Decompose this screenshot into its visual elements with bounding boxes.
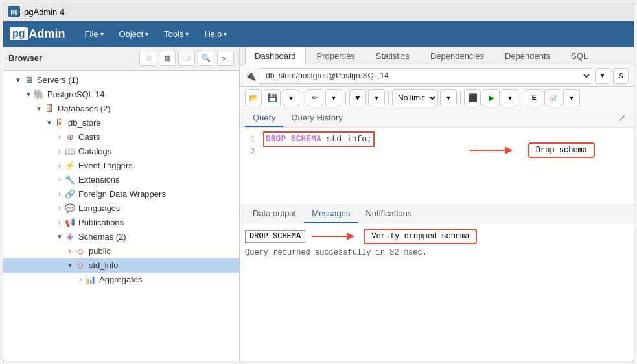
chevron-down-icon: ▾	[224, 30, 227, 38]
tree-item-languages[interactable]: › 💬 Languages	[3, 201, 239, 216]
logo: pg Admin	[10, 27, 65, 41]
annotation-arrow	[470, 141, 522, 160]
tab-dependencies[interactable]: Dependencies	[421, 47, 494, 65]
toggle-extensions[interactable]: ›	[55, 176, 64, 183]
conn-action-btn[interactable]: S	[613, 68, 629, 84]
toolbar-separator	[388, 91, 389, 104]
search-button[interactable]: 🔍	[198, 51, 214, 66]
explain-button[interactable]: E	[526, 89, 542, 106]
tree-item-databases[interactable]: ▼ 🗄 Databases (2)	[3, 102, 239, 116]
bottom-tab-notifications[interactable]: Notifications	[358, 205, 419, 223]
drop-schema-annotation: Drop schema	[470, 141, 595, 160]
tree-item-stdinfo[interactable]: ▼ ◇ std_info	[3, 258, 239, 273]
tree-item-public[interactable]: › ◇ public	[3, 244, 239, 258]
verify-label: Verify dropped schema	[364, 229, 477, 244]
save-dropdown-button[interactable]: ▾	[283, 89, 299, 106]
view-grid-button[interactable]: ▦	[159, 51, 176, 66]
verify-arrow	[312, 229, 357, 244]
toggle-fdw[interactable]: ›	[55, 190, 64, 198]
sql-text-stdinfo: std_info;	[327, 134, 372, 144]
toggle-databases[interactable]: ▼	[34, 105, 43, 112]
menu-items: File ▾ Object ▾ Tools ▾ Help ▾	[78, 27, 234, 41]
sidebar: Browser ⊞ ▦ ⊟ 🔍 >_ ▼ 🖥 Serv	[3, 47, 240, 361]
logo-admin: Admin	[29, 27, 65, 41]
tree-item-dbstore[interactable]: ▼ 🗄 db_store	[3, 116, 239, 130]
tree-label-extensions: Extensions	[78, 175, 120, 185]
query-toolbar: 📂 💾 ▾ ✏ ▾ ▼ ▾ No limit 100 500 ▾	[240, 87, 634, 109]
filter-button[interactable]: ▼	[349, 89, 366, 106]
save-button[interactable]: 💾	[264, 89, 281, 106]
connection-select[interactable]: db_store/postgres@PostgreSQL 14	[259, 68, 592, 84]
toggle-postgres14[interactable]: ▼	[24, 91, 33, 98]
postgres-icon: 🐘	[33, 89, 45, 100]
toggle-public[interactable]: ›	[65, 247, 75, 255]
view-table-button[interactable]: ⊞	[139, 51, 156, 66]
toggle-languages[interactable]: ›	[55, 205, 64, 212]
toggle-catalogs[interactable]: ›	[55, 148, 64, 155]
toggle-schemas[interactable]: ▼	[55, 233, 64, 240]
toggle-casts[interactable]: ›	[55, 133, 64, 141]
menu-help[interactable]: Help ▾	[198, 27, 233, 41]
edit-button[interactable]: ✏	[307, 89, 323, 106]
tree-item-eventtriggers[interactable]: › ⚡ Event Triggers	[3, 159, 239, 173]
eventtriggers-icon: ⚡	[64, 160, 76, 172]
analyze-dropdown-button[interactable]: ▾	[563, 89, 580, 106]
limit-dropdown-button[interactable]: ▾	[440, 89, 457, 106]
logo-pg: pg	[10, 27, 28, 40]
query-editor[interactable]: 1 2 DROP SCHEMA std_info;	[240, 128, 634, 205]
tree-item-aggregates[interactable]: › 📊 Aggregates	[3, 273, 239, 287]
toggle-stdinfo[interactable]: ▼	[65, 262, 75, 269]
query-tab-history[interactable]: Query History	[283, 109, 350, 127]
casts-icon: ⊕	[64, 131, 76, 143]
tree-label-catalogs: Catalogs	[78, 146, 111, 156]
tab-dashboard[interactable]: Dashboard	[245, 47, 306, 65]
toggle-publications[interactable]: ›	[55, 219, 64, 226]
extensions-icon: 🔧	[64, 174, 76, 186]
schemas-icon: ◈	[64, 231, 76, 243]
tab-sql[interactable]: SQL	[561, 47, 597, 65]
toggle-dbstore[interactable]: ▼	[45, 119, 54, 126]
open-file-button[interactable]: 📂	[245, 89, 262, 106]
tree-item-extensions[interactable]: › 🔧 Extensions	[3, 173, 239, 187]
menu-tools[interactable]: Tools ▾	[157, 27, 195, 41]
stop-button[interactable]: ⬛	[464, 89, 481, 106]
toggle-eventtriggers[interactable]: ›	[55, 162, 64, 169]
run-button[interactable]: ▶	[483, 89, 500, 106]
tab-properties[interactable]: Properties	[307, 47, 365, 65]
bottom-tab-messages[interactable]: Messages	[304, 205, 358, 223]
toggle-servers[interactable]: ▼	[14, 76, 23, 84]
catalogs-icon: 📖	[64, 146, 76, 157]
query-tabs: Query Query History ⤢	[240, 109, 634, 128]
view-columns-button[interactable]: ⊟	[178, 51, 195, 66]
conn-dropdown-btn[interactable]: ▾	[595, 68, 610, 84]
bottom-tab-dataoutput[interactable]: Data output	[245, 205, 304, 223]
tree-label-aggregates: Aggregates	[99, 275, 143, 284]
tab-dependents[interactable]: Dependents	[495, 47, 560, 65]
query-tab-query[interactable]: Query	[245, 109, 283, 127]
server-icon: 🖥	[23, 74, 34, 86]
databases-icon: 🗄	[43, 103, 55, 115]
browser-tools: ⊞ ▦ ⊟ 🔍 >_	[139, 51, 234, 66]
tree-item-servers[interactable]: ▼ 🖥 Servers (1)	[3, 73, 239, 87]
filter-dropdown-button[interactable]: ▾	[368, 89, 385, 106]
tree-item-catalogs[interactable]: › 📖 Catalogs	[3, 144, 239, 159]
tree-item-casts[interactable]: › ⊕ Casts	[3, 130, 239, 144]
expand-button[interactable]: ⤢	[616, 110, 629, 126]
toggle-aggregates[interactable]: ›	[76, 276, 85, 283]
tree-label-languages: Languages	[78, 203, 120, 213]
tree-item-fdw[interactable]: › 🔗 Foreign Data Wrappers	[3, 187, 239, 201]
tab-statistics[interactable]: Statistics	[366, 47, 419, 65]
analyze-button[interactable]: 📊	[544, 89, 561, 106]
edit-dropdown-button[interactable]: ▾	[325, 89, 342, 106]
tree-item-schemas[interactable]: ▼ ◈ Schemas (2)	[3, 230, 239, 244]
menu-object[interactable]: Object ▾	[113, 27, 156, 41]
tree-label-fdw: Foreign Data Wrappers	[78, 189, 166, 199]
publications-icon: 📢	[64, 217, 76, 229]
title-bar: pg pgAdmin 4	[3, 3, 634, 21]
tree-item-postgres14[interactable]: ▼ 🐘 PostgreSQL 14	[3, 87, 239, 102]
terminal-button[interactable]: >_	[217, 51, 234, 66]
menu-file[interactable]: File ▾	[78, 27, 110, 41]
tree-item-publications[interactable]: › 📢 Publications	[3, 216, 239, 230]
run-dropdown-button[interactable]: ▾	[502, 89, 518, 106]
limit-select[interactable]: No limit 100 500	[392, 89, 438, 106]
